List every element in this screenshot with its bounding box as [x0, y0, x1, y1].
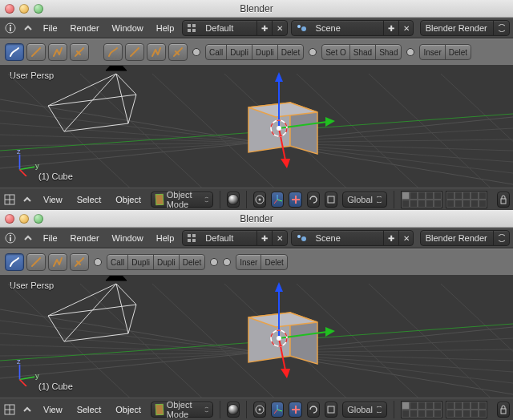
gpencil-b1-button[interactable]: [103, 43, 123, 61]
btn-delet2[interactable]: Delet: [445, 44, 471, 60]
screen-layout-browse-icon[interactable]: [183, 231, 200, 245]
menu-object[interactable]: Object: [111, 193, 146, 206]
menu-window[interactable]: Window: [107, 22, 148, 34]
pivot-selector[interactable]: [253, 402, 266, 418]
btn-shad2[interactable]: Shad: [375, 44, 402, 60]
add-layout-icon[interactable]: ✚: [256, 21, 272, 35]
screen-layout-input[interactable]: [200, 231, 256, 245]
close-icon[interactable]: [5, 214, 14, 224]
editor-type-info-icon[interactable]: [3, 21, 18, 35]
screen-layout-input[interactable]: [200, 21, 256, 35]
render-engine-dropdown-icon[interactable]: [493, 231, 510, 245]
layer-buttons[interactable]: [401, 191, 487, 208]
scene-input[interactable]: [311, 21, 383, 35]
collapse-3d-icon[interactable]: [21, 402, 34, 417]
gpencil-draw-button[interactable]: [5, 253, 24, 271]
close-icon[interactable]: [5, 4, 14, 14]
lock-camera-icon[interactable]: [497, 192, 510, 208]
panel-dot-icon-2[interactable]: [210, 258, 218, 266]
minimize-icon[interactable]: [19, 214, 29, 224]
zoom-icon[interactable]: [34, 214, 43, 224]
viewport-3d[interactable]: User Persp: [0, 66, 513, 188]
btn-dupli1[interactable]: Dupli: [226, 44, 252, 60]
gpencil-poly-button[interactable]: [48, 253, 67, 271]
manipulator-toggle[interactable]: [271, 192, 284, 208]
btn-dupli2[interactable]: Dupli: [252, 44, 278, 60]
minimize-icon[interactable]: [19, 4, 29, 14]
screen-layout-browse-icon[interactable]: [183, 21, 200, 35]
gpencil-line-button[interactable]: [26, 253, 46, 271]
btn-call[interactable]: Call: [205, 44, 227, 60]
orientation-selector[interactable]: Global: [342, 192, 387, 208]
collapse-3d-icon[interactable]: [21, 192, 34, 207]
gpencil-b4-button[interactable]: [168, 43, 188, 61]
menu-file[interactable]: File: [38, 22, 63, 34]
delete-layout-icon[interactable]: ✕: [272, 21, 287, 35]
btn-inser[interactable]: Inser: [419, 44, 445, 60]
editor-type-info-icon[interactable]: [3, 231, 18, 245]
collapse-icon[interactable]: [21, 231, 35, 245]
panel-dot-icon-3[interactable]: [406, 48, 414, 56]
render-engine-dropdown-icon[interactable]: [493, 21, 510, 35]
pivot-selector[interactable]: [253, 192, 266, 208]
btn-call[interactable]: Call: [107, 254, 128, 270]
gpencil-erase-button[interactable]: [70, 253, 89, 271]
gpencil-b2-button[interactable]: [125, 43, 144, 61]
btn-delet2[interactable]: Delet: [261, 254, 287, 270]
menu-help[interactable]: Help: [151, 232, 180, 244]
panel-dot-icon[interactable]: [94, 258, 102, 266]
menu-view[interactable]: View: [38, 193, 67, 206]
lock-camera-icon[interactable]: [497, 402, 510, 418]
menu-object[interactable]: Object: [111, 403, 146, 416]
add-scene-icon[interactable]: ✚: [383, 21, 398, 35]
layer-buttons[interactable]: [401, 401, 487, 418]
panel-dot-icon-2[interactable]: [309, 48, 317, 56]
panel-dot-icon[interactable]: [192, 48, 200, 56]
menu-select[interactable]: Select: [72, 403, 107, 416]
menu-select[interactable]: Select: [72, 193, 107, 206]
manip-translate[interactable]: [289, 192, 301, 208]
shading-selector[interactable]: [227, 402, 240, 418]
gpencil-poly-button[interactable]: [48, 43, 67, 61]
gpencil-draw-button[interactable]: [5, 43, 24, 61]
shading-selector[interactable]: [227, 192, 240, 208]
gpencil-erase-button[interactable]: [70, 43, 89, 61]
btn-delet1[interactable]: Delet: [179, 254, 205, 270]
manipulator-toggle[interactable]: [271, 402, 284, 418]
btn-dupli1[interactable]: Dupli: [127, 254, 154, 270]
mode-selector[interactable]: Object Mode: [151, 402, 213, 418]
btn-shad1[interactable]: Shad: [349, 44, 376, 60]
mode-selector[interactable]: Object Mode: [151, 192, 213, 208]
menu-window[interactable]: Window: [107, 232, 148, 244]
btn-dupli2[interactable]: Dupli: [153, 254, 180, 270]
scene-browse-icon[interactable]: [292, 231, 311, 245]
manip-scale[interactable]: [325, 192, 337, 208]
editor-type-3d-icon[interactable]: [3, 192, 16, 207]
btn-seto[interactable]: Set O: [321, 44, 350, 60]
delete-scene-icon[interactable]: ✕: [398, 231, 414, 245]
menu-help[interactable]: Help: [151, 22, 180, 34]
btn-delet1[interactable]: Delet: [277, 44, 304, 60]
scene-browse-icon[interactable]: [292, 21, 311, 35]
menu-file[interactable]: File: [38, 232, 63, 244]
add-scene-icon[interactable]: ✚: [383, 231, 398, 245]
viewport-3d[interactable]: User Persp: [0, 276, 513, 398]
manip-translate[interactable]: [289, 402, 301, 418]
orientation-selector[interactable]: Global: [342, 402, 387, 418]
zoom-icon[interactable]: [34, 4, 43, 14]
collapse-icon[interactable]: [21, 21, 35, 35]
manip-rotate[interactable]: [307, 192, 320, 208]
gpencil-b3-button[interactable]: [147, 43, 166, 61]
add-layout-icon[interactable]: ✚: [256, 231, 272, 245]
menu-render[interactable]: Render: [66, 232, 104, 244]
scene-input[interactable]: [311, 231, 383, 245]
btn-inser[interactable]: Inser: [236, 254, 261, 270]
menu-render[interactable]: Render: [66, 22, 104, 34]
gpencil-line-button[interactable]: [26, 43, 46, 61]
panel-dot-icon-3[interactable]: [223, 258, 231, 266]
render-engine-input[interactable]: [421, 231, 493, 245]
render-engine-input[interactable]: [421, 21, 493, 35]
manip-rotate[interactable]: [307, 402, 320, 418]
menu-view[interactable]: View: [38, 403, 67, 416]
manip-scale[interactable]: [325, 402, 337, 418]
